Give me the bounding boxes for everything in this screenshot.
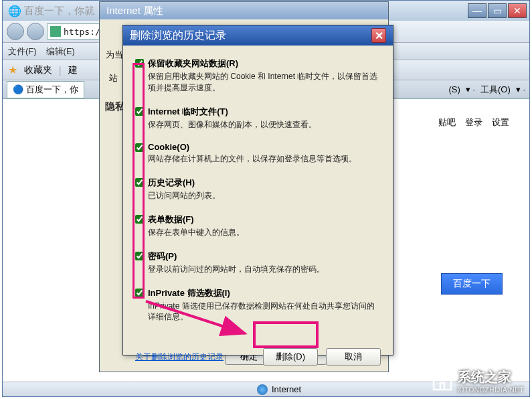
check-description: 保存网页、图像和媒体的副本，以便快速查看。 <box>148 119 381 131</box>
tab-label: 百度一下，你 <box>26 84 78 96</box>
search-button[interactable]: 百度一下 <box>441 273 503 295</box>
checkbox-4[interactable] <box>135 215 144 224</box>
link-settings[interactable]: 设置 <box>492 116 509 129</box>
active-tab[interactable]: 🔵 百度一下，你 <box>7 81 84 98</box>
maximize-button[interactable]: ▭ <box>488 3 507 18</box>
delete-button[interactable]: 删除(D) <box>263 348 318 366</box>
help-link[interactable]: 关于删除浏览的历史记录 <box>135 351 224 363</box>
cancel-button[interactable]: 取消 <box>326 348 381 366</box>
link-tieba[interactable]: 贴吧 <box>438 116 456 129</box>
checkbox-0[interactable] <box>135 59 144 68</box>
internet-zone-icon <box>257 384 268 395</box>
check-item-0: 保留收藏夹网站数据(R)保留启用收藏夹网站的 Cookie 和 Internet… <box>135 58 381 94</box>
separator: ▾ · <box>516 84 525 94</box>
check-label: 历史记录(H) <box>148 177 381 189</box>
check-label: 保留收藏夹网站数据(R) <box>148 58 381 70</box>
watermark-icon <box>431 371 454 391</box>
favorites-label[interactable]: 收藏夹 <box>24 64 52 76</box>
separator: ▾ · <box>466 84 475 94</box>
checkbox-1[interactable] <box>135 107 144 116</box>
menu-file[interactable]: 文件(F) <box>8 46 37 58</box>
dialog-body: 保留收藏夹网站数据(R)保留启用收藏夹网站的 Cookie 和 Internet… <box>123 46 393 343</box>
check-label: 表单数据(F) <box>148 214 381 226</box>
check-label: InPrivate 筛选数据(I) <box>148 287 381 299</box>
check-description: 保留启用收藏夹网站的 Cookie 和 Internet 临时文件，以保留首选项… <box>148 71 381 94</box>
watermark-subtext: XITONGZHIJIA.NET <box>458 386 525 394</box>
tab-favicon: 🔵 <box>13 84 23 94</box>
dialog-title-text: 删除浏览的历史记录 <box>130 29 226 43</box>
props-titlebar: Internet 属性 <box>100 2 388 19</box>
check-item-5: 密码(P)登录以前访问过的网站时，自动填充保存的密码。 <box>135 250 381 275</box>
checkbox-2[interactable] <box>135 143 144 152</box>
delete-history-dialog: 删除浏览的历史记录 ✕ 保留收藏夹网站数据(R)保留启用收藏夹网站的 Cooki… <box>122 25 393 355</box>
suggested-sites[interactable]: 建 <box>68 64 78 76</box>
checkbox-3[interactable] <box>135 178 144 187</box>
dialog-titlebar: 删除浏览的历史记录 ✕ <box>123 25 393 46</box>
link-login[interactable]: 登录 <box>465 116 482 129</box>
forward-button[interactable] <box>27 23 44 40</box>
check-description: 已访问网站的列表。 <box>148 190 381 202</box>
checkbox-5[interactable] <box>135 252 144 260</box>
check-label: 密码(P) <box>148 250 381 262</box>
minimize-button[interactable]: — <box>468 3 486 18</box>
check-item-2: Cookie(O)网站存储在计算机上的文件，以保存如登录信息等首选项。 <box>135 142 381 165</box>
menu-edit[interactable]: 编辑(E) <box>46 46 75 58</box>
check-item-1: Internet 临时文件(T)保存网页、图像和媒体的副本，以便快速查看。 <box>135 106 381 131</box>
checkbox-6[interactable] <box>135 289 144 297</box>
sidebar-tab: 站 <box>109 72 118 84</box>
check-description: 保存在表单中键入的信息。 <box>148 227 381 238</box>
tools-menu[interactable]: 工具(O) <box>480 84 511 96</box>
ie-icon: 🌐 <box>8 5 21 17</box>
dialog-footer: 关于删除浏览的历史记录 删除(D) 取消 <box>123 343 393 366</box>
close-button[interactable]: ✕ <box>508 3 527 18</box>
check-label: Cookie(O) <box>148 142 381 152</box>
check-description: 网站存储在计算机上的文件，以保存如登录信息等首选项。 <box>148 153 381 165</box>
status-text: Internet <box>272 384 301 394</box>
dialog-close-button[interactable]: ✕ <box>371 28 386 43</box>
watermark-text: 系统之家 <box>458 370 511 384</box>
separator: | <box>59 65 62 76</box>
check-item-4: 表单数据(F)保存在表单中键入的信息。 <box>135 214 381 238</box>
check-description: InPrivate 筛选使用已保存数据检测网站在何处自动共享您访问的详细信息。 <box>148 301 381 323</box>
check-item-6: InPrivate 筛选数据(I)InPrivate 筛选使用已保存数据检测网站… <box>135 287 381 323</box>
check-item-3: 历史记录(H)已访问网站的列表。 <box>135 177 381 202</box>
site-icon <box>50 26 61 37</box>
check-description: 登录以前访问过的网站时，自动填充保存的密码。 <box>148 264 381 275</box>
page-menu[interactable]: (S) <box>448 84 460 94</box>
favorites-star-icon[interactable]: ★ <box>8 64 17 76</box>
back-button[interactable] <box>7 23 24 40</box>
check-label: Internet 临时文件(T) <box>148 106 381 118</box>
watermark: 系统之家 XITONGZHIJIA.NET <box>431 368 525 394</box>
